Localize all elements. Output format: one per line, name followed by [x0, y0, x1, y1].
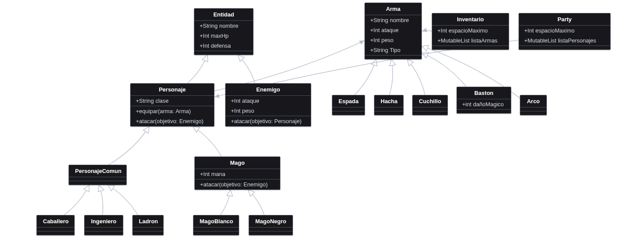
class-methods: +atacar(objetivo: Enemigo)	[195, 179, 280, 189]
class-attributes	[249, 228, 292, 231]
class-magoBlanco[interactable]: MagoBlanco	[193, 215, 239, 235]
class-attributes: +String nombre+Int maxHp+Int defensa	[194, 21, 253, 51]
inheritance-arrow	[108, 127, 149, 165]
class-attributes	[69, 177, 126, 181]
class-title: Baston	[457, 87, 511, 99]
class-methods	[432, 46, 509, 49]
inheritance-arrow	[355, 59, 376, 95]
class-attributes: +int dañoMagico	[457, 99, 511, 110]
class-title: Inventario	[432, 13, 509, 26]
class-title: Caballero	[37, 215, 74, 228]
class-party[interactable]: Party+Int espacioMaximo+MutableList list…	[519, 13, 611, 50]
attribute-row: +MutableList listaArmas	[432, 36, 509, 46]
inheritance-arrow	[99, 185, 103, 215]
class-entidad[interactable]: Entidad+String nombre+Int maxHp+Int defe…	[194, 8, 253, 55]
class-methods	[37, 231, 74, 235]
class-title: MagoBlanco	[194, 215, 239, 228]
class-methods	[85, 231, 123, 235]
class-attributes	[133, 228, 163, 231]
class-methods	[375, 111, 403, 115]
class-mago[interactable]: Mago+Int mana+atacar(objetivo: Enemigo)	[194, 156, 280, 190]
class-methods	[133, 231, 163, 235]
class-arco[interactable]: Arco	[520, 95, 547, 115]
class-attributes: +Int espacioMaximo+MutableList listaPers…	[519, 26, 610, 46]
class-attributes	[413, 107, 447, 111]
attribute-row: +String nombre	[194, 21, 253, 31]
class-title: Enemigo	[226, 84, 311, 96]
class-title: Mago	[195, 157, 280, 169]
attribute-row: +String Tipo	[365, 45, 421, 55]
class-enemigo[interactable]: Enemigo+Int ataque+Int peso+atacar(objet…	[225, 83, 311, 127]
class-title: Personaje	[131, 84, 214, 96]
class-attributes	[194, 228, 239, 231]
method-row: +atacar(objetivo: Personaje)	[226, 116, 311, 126]
class-methods: +atacar(objetivo: Personaje)	[226, 116, 311, 126]
class-attributes	[332, 107, 365, 111]
class-methods	[249, 231, 292, 235]
attribute-row: +String nombre	[365, 15, 421, 25]
attribute-row: +Int maxHp	[194, 31, 253, 41]
attribute-row: +String clase	[131, 96, 214, 106]
attribute-row: +Int defensa	[194, 41, 253, 51]
inheritance-arrow	[407, 59, 425, 95]
class-title: Cuchillo	[413, 95, 447, 107]
attribute-row: +Int espacioMaximo	[432, 26, 509, 36]
inheritance-arrow	[187, 55, 207, 83]
attribute-row: +Int peso	[365, 35, 421, 45]
class-methods	[194, 231, 239, 235]
class-methods	[519, 46, 610, 49]
class-personaje[interactable]: Personaje+String clase+equipar(arma: Arm…	[130, 83, 214, 127]
class-arma[interactable]: Arma+String nombre+Int ataque+Int peso+S…	[365, 3, 422, 59]
class-methods	[332, 111, 365, 115]
class-methods	[69, 181, 126, 185]
class-espada[interactable]: Espada	[332, 95, 365, 115]
class-ingeniero[interactable]: Ingeniero	[84, 215, 123, 235]
inheritance-arrow	[64, 185, 89, 215]
class-title: Entidad	[194, 9, 253, 21]
class-personajeComun[interactable]: PersonajeComun	[69, 165, 127, 185]
class-methods: +equipar(arma: Arma)+atacar(objetivo: En…	[131, 106, 214, 126]
attribute-row: +MutableList listaPersonajes	[519, 36, 610, 46]
class-title: Ingeniero	[85, 215, 123, 228]
class-title: Hacha	[375, 95, 403, 107]
class-attributes	[85, 228, 123, 231]
class-attributes: +Int mana	[195, 169, 280, 179]
attribute-row: +Int mana	[195, 169, 280, 179]
class-caballero[interactable]: Caballero	[36, 215, 75, 235]
class-baston[interactable]: Baston+int dañoMagico	[457, 87, 511, 114]
inheritance-arrow	[108, 185, 138, 215]
class-title: Arma	[365, 3, 421, 15]
class-attributes: +Int espacioMaximo+MutableList listaArma…	[432, 26, 509, 46]
class-hacha[interactable]: Hacha	[374, 95, 404, 115]
uml-canvas: Entidad+String nombre+Int maxHp+Int defe…	[0, 0, 644, 241]
inheritance-arrow	[389, 59, 393, 95]
attribute-row: +Int espacioMaximo	[519, 26, 610, 36]
attribute-row: +Int ataque	[365, 25, 421, 35]
class-magoNegro[interactable]: MagoNegro	[249, 215, 293, 235]
class-inventario[interactable]: Inventario+Int espacioMaximo+MutableList…	[432, 13, 509, 50]
method-row: +atacar(objetivo: Enemigo)	[195, 179, 280, 189]
class-title: Party	[519, 13, 610, 26]
class-cuchillo[interactable]: Cuchillo	[412, 95, 448, 115]
class-methods	[457, 110, 511, 113]
class-attributes: +String clase	[131, 96, 214, 106]
class-attributes	[37, 228, 74, 231]
inheritance-arrow	[193, 127, 222, 156]
class-methods	[413, 111, 447, 115]
class-attributes: +String nombre+Int ataque+Int peso+Strin…	[365, 15, 421, 55]
class-attributes	[520, 107, 546, 111]
association-arrow	[422, 31, 432, 31]
attribute-row: +int dañoMagico	[457, 99, 511, 109]
inheritance-arrow	[422, 53, 466, 87]
inheritance-arrow	[238, 55, 255, 83]
class-title: Arco	[520, 95, 546, 107]
class-ladron[interactable]: Ladron	[132, 215, 164, 235]
class-attributes: +Int ataque+Int peso	[226, 96, 311, 116]
class-methods	[520, 111, 546, 115]
class-methods	[194, 51, 253, 55]
class-attributes	[375, 107, 403, 111]
inheritance-arrow	[220, 190, 231, 215]
class-title: Espada	[332, 95, 365, 107]
method-row: +atacar(objetivo: Enemigo)	[131, 116, 214, 126]
class-methods	[365, 55, 421, 59]
